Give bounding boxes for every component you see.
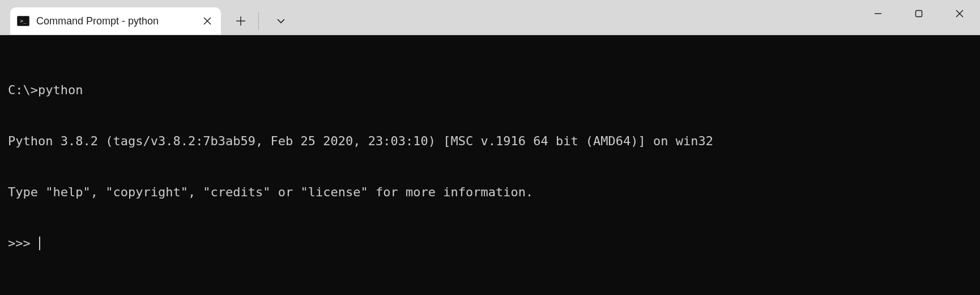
- terminal-viewport[interactable]: C:\>python Python 3.8.2 (tags/v3.8.2:7b3…: [0, 35, 980, 295]
- close-icon: [955, 9, 964, 18]
- plus-icon: [236, 16, 246, 26]
- minimize-icon: [874, 10, 882, 18]
- chevron-down-icon: [276, 18, 286, 24]
- terminal-line: Python 3.8.2 (tags/v3.8.2:7b3ab59, Feb 2…: [8, 133, 972, 150]
- terminal-prompt: >>>: [8, 235, 38, 252]
- window-close-button[interactable]: [939, 0, 980, 27]
- tab-dropdown-button[interactable]: [266, 8, 296, 34]
- maximize-icon: [915, 10, 923, 18]
- text-cursor: [39, 237, 40, 250]
- window-caption-buttons: [858, 0, 980, 27]
- tab-close-button[interactable]: [198, 12, 216, 30]
- new-tab-button[interactable]: [225, 8, 256, 34]
- tab-active[interactable]: >_ Command Prompt - python: [10, 7, 221, 35]
- tab-strip: >_ Command Prompt - python: [0, 0, 296, 35]
- svg-rect-5: [916, 11, 922, 17]
- close-icon: [203, 17, 211, 25]
- divider: [258, 12, 259, 30]
- maximize-button[interactable]: [898, 0, 939, 27]
- terminal-line: Type "help", "copyright", "credits" or "…: [8, 184, 972, 201]
- titlebar: >_ Command Prompt - python: [0, 0, 980, 35]
- terminal-prompt-row: >>>: [8, 235, 972, 252]
- terminal-icon: >_: [17, 16, 29, 26]
- tab-title: Command Prompt - python: [36, 15, 198, 27]
- minimize-button[interactable]: [858, 0, 898, 27]
- terminal-line: C:\>python: [8, 82, 972, 99]
